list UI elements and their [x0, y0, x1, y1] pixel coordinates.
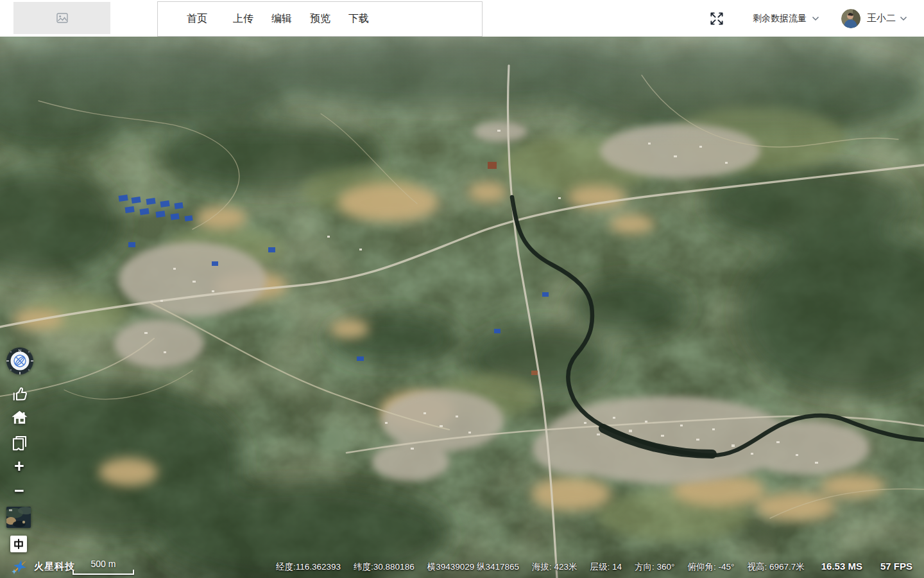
satellite-terrain-graphic — [0, 37, 924, 578]
nav-item-download[interactable]: 下载 — [348, 12, 369, 26]
header-right-cluster: 剩余数据流量 王小二 — [709, 0, 907, 37]
like-button[interactable] — [10, 385, 29, 403]
top-header-bar: 首页 上传 编辑 预览 下载 剩余数据流量 — [0, 0, 924, 37]
scale-bracket — [73, 570, 134, 575]
traffic-dropdown-label: 剩余数据流量 — [753, 13, 807, 24]
map-status-bar: 火星科技 500 m 经度:116.362393 纬度:30.880186 横3… — [0, 555, 924, 578]
nav-item-preview[interactable]: 预览 — [310, 12, 330, 26]
zoom-out-button[interactable]: − — [10, 482, 29, 500]
zhong-square-icon — [12, 538, 25, 550]
status-altitude: 海拔: 423米 — [532, 561, 578, 573]
chevron-down-icon — [900, 16, 907, 21]
traffic-dropdown[interactable]: 剩余数据流量 — [753, 13, 819, 24]
bookmark-pages-button[interactable] — [10, 434, 29, 451]
status-view-height: 视高: 6967.7米 — [747, 561, 804, 573]
nav-item-home[interactable]: 首页 — [187, 12, 207, 26]
home-view-icon — [11, 409, 28, 426]
logo-image-placeholder — [13, 2, 110, 34]
thumbs-up-icon — [11, 385, 28, 403]
status-pitch: 俯仰角: -45° — [688, 561, 735, 573]
chevron-down-icon — [812, 16, 819, 21]
main-nav: 首页 上传 编辑 预览 下载 — [157, 1, 483, 37]
mars-tech-star-icon — [9, 559, 30, 574]
pages-bookmark-icon — [11, 434, 28, 451]
status-projected-coords: 横39439029 纵3417865 — [427, 561, 519, 573]
compass-control[interactable]: N — [5, 346, 35, 376]
basemap-thumbnail[interactable] — [6, 507, 31, 528]
home-view-button[interactable] — [10, 409, 29, 426]
user-name: 王小二 — [867, 12, 896, 24]
brand-name: 火星科技 — [34, 561, 75, 573]
user-menu[interactable]: 王小二 — [867, 12, 907, 24]
status-zoom-level: 层级: 14 — [590, 561, 622, 573]
brand-block: 火星科技 — [9, 559, 75, 574]
scale-bar: 500 m — [73, 559, 134, 575]
status-fps: 57 FPS — [880, 561, 912, 572]
image-placeholder-icon — [56, 13, 68, 23]
satellite-map-viewport[interactable] — [0, 37, 924, 578]
plus-icon: + — [14, 458, 24, 475]
status-heading: 方向: 360° — [635, 561, 674, 573]
status-latency: 16.53 MS — [821, 561, 862, 572]
user-avatar[interactable] — [841, 9, 860, 28]
minus-icon: − — [14, 482, 24, 500]
scale-label: 500 m — [73, 559, 134, 569]
status-latitude: 纬度:30.880186 — [354, 561, 415, 573]
nav-item-upload[interactable]: 上传 — [233, 12, 253, 26]
status-readouts: 经度:116.362393 纬度:30.880186 横39439029 纵34… — [276, 561, 912, 573]
app-window: 首页 上传 编辑 预览 下载 剩余数据流量 — [0, 0, 924, 578]
fullscreen-expand-icon[interactable] — [709, 11, 724, 26]
status-longitude: 经度:116.362393 — [276, 561, 341, 573]
zoom-in-button[interactable]: + — [10, 458, 29, 475]
nav-item-edit[interactable]: 编辑 — [271, 12, 292, 26]
language-toggle-button[interactable] — [10, 536, 27, 552]
